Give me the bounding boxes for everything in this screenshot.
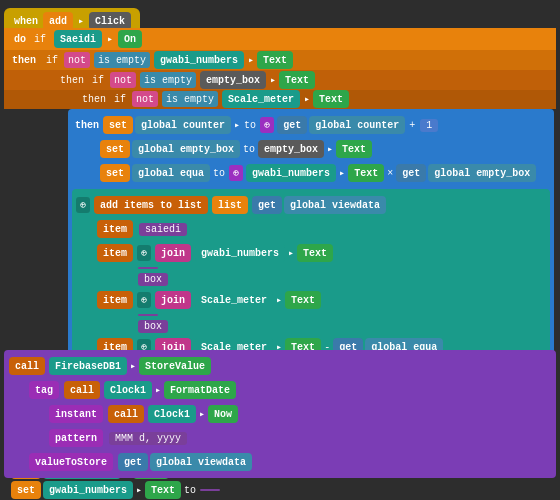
pattern-row: pattern MMM d, yyyy bbox=[8, 426, 552, 450]
instant-row: instant call Clock1 ▸ Now bbox=[8, 402, 552, 426]
dot-3: ▸ bbox=[339, 167, 345, 179]
global-empty-box-pill[interactable]: global empty_box bbox=[132, 140, 240, 158]
global-viewdata-pill-3[interactable]: global viewdata bbox=[150, 453, 252, 471]
gwabi-pill-3[interactable]: gwabi_numbers bbox=[43, 481, 133, 499]
item-saiedi: item saiedi bbox=[76, 217, 546, 241]
add-items-header: ⊕ add items to list list get global view… bbox=[76, 193, 546, 217]
get-viewdata-3[interactable]: get bbox=[118, 453, 148, 471]
join-icon-2: ⊕ bbox=[137, 292, 151, 308]
to-label-3: to bbox=[243, 144, 255, 155]
item-label-3[interactable]: item bbox=[97, 291, 133, 309]
set-label-3[interactable]: set bbox=[100, 164, 130, 182]
to-label-4: to bbox=[213, 168, 225, 179]
to-label-1: ▸ bbox=[234, 119, 240, 131]
empty-box-val[interactable]: empty_box bbox=[258, 140, 324, 158]
text-pill-2[interactable]: Text bbox=[279, 71, 315, 89]
empty-string-2 bbox=[138, 314, 158, 316]
global-counter-pill[interactable]: global counter bbox=[135, 116, 231, 134]
text-val-2[interactable]: Text bbox=[348, 164, 384, 182]
to-label-2: to bbox=[244, 120, 256, 131]
text-pill-1[interactable]: Text bbox=[257, 51, 293, 69]
get-viewdata-label[interactable]: get bbox=[252, 196, 282, 214]
item-join-2: item ⊕ join Scale_meter ▸ Text bbox=[76, 288, 546, 312]
item-label-2[interactable]: item bbox=[97, 244, 133, 262]
gwabi-pill-1[interactable]: gwabi_numbers bbox=[154, 51, 244, 69]
formatdate-pill[interactable]: FormatDate bbox=[164, 381, 236, 399]
instant-label[interactable]: instant bbox=[49, 405, 103, 423]
text-pill-5[interactable]: Text bbox=[285, 291, 321, 309]
global-empty-box-get[interactable]: global empty_box bbox=[428, 164, 536, 182]
then-label-4: then bbox=[75, 120, 99, 131]
call-clock1-label[interactable]: call bbox=[64, 381, 100, 399]
gwabi-pill-2[interactable]: gwabi_numbers bbox=[195, 244, 285, 262]
scale-meter-pill-2[interactable]: Scale_meter bbox=[195, 291, 273, 309]
block-canvas: when add ▸ Click do if Saeidi ▸ On then … bbox=[0, 0, 560, 500]
list-label[interactable]: list bbox=[212, 196, 248, 214]
if-label-3: if bbox=[114, 94, 126, 105]
set-gwabi-row: set gwabi_numbers ▸ Text to bbox=[4, 478, 228, 500]
saiedi-string: saiedi bbox=[139, 223, 187, 236]
pattern-label[interactable]: pattern bbox=[49, 429, 103, 447]
set-label-2[interactable]: set bbox=[100, 140, 130, 158]
now-pill[interactable]: Now bbox=[208, 405, 238, 423]
to-label-7: to bbox=[184, 485, 196, 496]
empty-string-4 bbox=[200, 489, 220, 491]
set-empty-box-row: set global empty_box to empty_box ▸ Text bbox=[72, 137, 550, 161]
call-label[interactable]: call bbox=[9, 357, 45, 375]
get-global-counter[interactable]: get bbox=[277, 116, 307, 134]
call-label-2[interactable]: call bbox=[108, 405, 144, 423]
firebasedb-pill[interactable]: FirebaseDB1 bbox=[49, 357, 127, 375]
not-badge-1: not bbox=[64, 52, 90, 68]
text-pill-8[interactable]: Text bbox=[145, 481, 181, 499]
storevalue-pill[interactable]: StoreValue bbox=[139, 357, 211, 375]
is-empty-3: is empty bbox=[162, 91, 218, 107]
on-pill[interactable]: On bbox=[118, 30, 142, 48]
math-op-block-2: ⊕ bbox=[229, 165, 243, 181]
text-val-1[interactable]: Text bbox=[336, 140, 372, 158]
clock1-pill-1[interactable]: Clock1 bbox=[104, 381, 152, 399]
set-counter-row: then set global counter ▸ to ⊕ get globa… bbox=[72, 113, 550, 137]
box-string-2: box bbox=[138, 320, 168, 333]
add-items-label[interactable]: add items to list bbox=[94, 196, 208, 214]
not-badge-2: not bbox=[110, 72, 136, 88]
when-label: when bbox=[14, 16, 38, 27]
join-label-1[interactable]: join bbox=[155, 244, 191, 262]
join-label-2[interactable]: join bbox=[155, 291, 191, 309]
one-num: 1 bbox=[420, 119, 438, 132]
then-label-2: then bbox=[60, 75, 84, 86]
valuetostore-label[interactable]: valueToStore bbox=[29, 453, 113, 471]
tag-label[interactable]: tag bbox=[29, 381, 59, 399]
set-equa-row: set global equa to ⊕ gwabi_numbers ▸ Tex… bbox=[72, 161, 550, 185]
empty-string-1 bbox=[138, 267, 158, 269]
join-icon-1: ⊕ bbox=[137, 245, 151, 261]
firebase-block: call FirebaseDB1 ▸ StoreValue tag call C… bbox=[4, 350, 556, 478]
not-badge-3: not bbox=[132, 91, 158, 107]
plus-label: + bbox=[409, 120, 415, 131]
set-label-6[interactable]: set bbox=[11, 481, 41, 499]
text-pill-3[interactable]: Text bbox=[313, 90, 349, 108]
empty-box-pill[interactable]: empty_box bbox=[200, 71, 266, 89]
tag-row: tag call Clock1 ▸ FormatDate bbox=[8, 378, 552, 402]
is-empty-1: is empty bbox=[94, 52, 150, 68]
get-label-1[interactable]: get bbox=[396, 164, 426, 182]
call-firebase-row: call FirebaseDB1 ▸ StoreValue bbox=[8, 354, 552, 378]
text-pill-4[interactable]: Text bbox=[297, 244, 333, 262]
math-op-block: ⊕ bbox=[260, 117, 274, 133]
list-icon-text: ⊕ bbox=[80, 199, 86, 211]
sub-item-box-1: box bbox=[76, 271, 546, 288]
global-equa-pill[interactable]: global equa bbox=[132, 164, 210, 182]
set-label-1[interactable]: set bbox=[103, 116, 133, 134]
global-viewdata-pill[interactable]: global viewdata bbox=[284, 196, 386, 214]
scale-meter-pill-1[interactable]: Scale_meter bbox=[222, 90, 300, 108]
clock1-pill-2[interactable]: Clock1 bbox=[148, 405, 196, 423]
then-label-1: then bbox=[12, 55, 40, 66]
valuetostore-row: valueToStore get global viewdata bbox=[8, 450, 552, 474]
global-counter-get-pill[interactable]: global counter bbox=[309, 116, 405, 134]
is-empty-2: is empty bbox=[140, 72, 196, 88]
gwabi-numbers-pill-2[interactable]: gwabi_numbers bbox=[246, 164, 336, 182]
list-icon: ⊕ bbox=[76, 197, 90, 213]
op-circle-label: ⊕ bbox=[264, 119, 270, 131]
item-label-1[interactable]: item bbox=[97, 220, 133, 238]
saeidi-pill[interactable]: Saeidi bbox=[54, 30, 102, 48]
dot-label: ▸ bbox=[78, 15, 84, 27]
